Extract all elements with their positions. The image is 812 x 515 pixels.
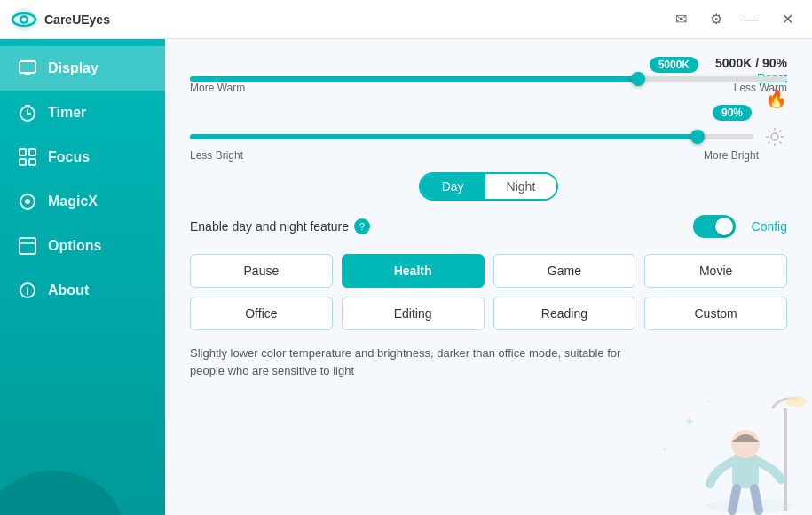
window-controls: ✉ ⚙ — ✕ bbox=[666, 5, 801, 34]
svg-line-29 bbox=[779, 131, 781, 132]
enable-day-night-row: Enable day and night feature ? Config bbox=[190, 215, 787, 238]
magicx-icon bbox=[18, 192, 37, 211]
main-layout: Display Timer Fo bbox=[0, 39, 812, 515]
preset-button-pause[interactable]: Pause bbox=[190, 254, 333, 288]
help-icon[interactable]: ? bbox=[354, 218, 370, 234]
sidebar-label-magicx: MagicX bbox=[48, 194, 98, 210]
more-bright-label: More Bright bbox=[704, 149, 787, 162]
display-icon bbox=[18, 59, 37, 78]
brightness-slider-container bbox=[190, 124, 787, 149]
brightness-section: 90% bbox=[190, 105, 787, 162]
sidebar-item-about[interactable]: i About bbox=[0, 268, 165, 313]
brightness-slider-fill bbox=[190, 134, 698, 139]
options-icon bbox=[18, 236, 37, 256]
brightness-slider-thumb[interactable] bbox=[690, 130, 705, 144]
email-button[interactable]: ✉ bbox=[666, 5, 695, 34]
temp-slider-container bbox=[190, 76, 787, 82]
about-icon: i bbox=[18, 281, 37, 300]
svg-text:✦: ✦ bbox=[683, 414, 695, 429]
preset-button-game[interactable]: Game bbox=[493, 254, 636, 288]
temp-brightness-info: 5000K / 90% Reset 🔥 bbox=[715, 55, 787, 109]
minimize-button[interactable]: — bbox=[737, 5, 766, 34]
email-icon: ✉ bbox=[675, 11, 687, 28]
app-logo: CareUEyes bbox=[11, 6, 666, 33]
title-bar: CareUEyes ✉ ⚙ — ✕ bbox=[0, 0, 812, 39]
svg-text:✦: ✦ bbox=[661, 445, 668, 455]
svg-text:✦: ✦ bbox=[706, 398, 712, 406]
temp-slider-track[interactable] bbox=[190, 76, 787, 82]
preset-button-custom[interactable]: Custom bbox=[644, 297, 787, 330]
sidebar: Display Timer Fo bbox=[0, 39, 165, 515]
sidebar-item-display[interactable]: Display bbox=[0, 46, 165, 91]
minimize-icon: — bbox=[745, 12, 759, 28]
day-night-toggle-switch[interactable] bbox=[693, 215, 736, 238]
sidebar-item-magicx[interactable]: MagicX bbox=[0, 179, 165, 224]
svg-point-33 bbox=[731, 430, 760, 458]
temp-slider-fill bbox=[190, 76, 638, 82]
brightness-slider-track[interactable] bbox=[190, 134, 753, 139]
enable-label: Enable day and night feature ? bbox=[190, 218, 686, 234]
config-link[interactable]: Config bbox=[752, 219, 787, 234]
preset-description: Slightly lower color temperature and bri… bbox=[190, 345, 651, 379]
sidebar-label-display: Display bbox=[48, 60, 99, 76]
sidebar-label-about: About bbox=[48, 282, 89, 298]
preset-button-health[interactable]: Health bbox=[342, 254, 485, 288]
svg-line-28 bbox=[779, 141, 781, 143]
settings-icon: ⚙ bbox=[710, 11, 722, 28]
close-button[interactable]: ✕ bbox=[773, 5, 801, 34]
svg-point-31 bbox=[706, 499, 794, 513]
temperature-section: 5000K More Warm Less Warm bbox=[190, 57, 787, 94]
night-button[interactable]: Night bbox=[485, 174, 557, 199]
svg-rect-32 bbox=[732, 453, 759, 488]
preset-button-movie[interactable]: Movie bbox=[644, 254, 787, 288]
sidebar-label-focus: Focus bbox=[48, 149, 90, 165]
preset-button-office[interactable]: Office bbox=[190, 297, 333, 330]
day-night-section: Day Night bbox=[190, 172, 787, 201]
temp-labels: More Warm Less Warm bbox=[190, 82, 787, 94]
temp-brightness-display: 5000K / 90% bbox=[715, 56, 787, 70]
content-area: 5000K / 90% Reset 🔥 5000K More Warm Less… bbox=[165, 39, 812, 515]
sidebar-item-options[interactable]: Options bbox=[0, 224, 165, 268]
svg-point-16 bbox=[25, 199, 30, 204]
day-button[interactable]: Day bbox=[421, 174, 485, 199]
svg-rect-11 bbox=[20, 149, 26, 155]
svg-rect-13 bbox=[20, 159, 26, 165]
brightness-icon bbox=[762, 124, 787, 149]
temp-badge: 5000K bbox=[650, 57, 698, 73]
svg-line-30 bbox=[769, 141, 770, 143]
app-logo-icon bbox=[11, 6, 37, 33]
app-title: CareUEyes bbox=[44, 12, 110, 27]
day-night-toggle[interactable]: Day Night bbox=[419, 172, 559, 201]
close-icon: ✕ bbox=[782, 11, 793, 28]
temp-slider-thumb[interactable] bbox=[631, 72, 645, 86]
timer-icon bbox=[18, 103, 37, 123]
focus-icon bbox=[18, 147, 37, 167]
svg-point-35 bbox=[785, 396, 807, 407]
svg-rect-4 bbox=[20, 61, 35, 73]
svg-rect-12 bbox=[29, 149, 35, 155]
sidebar-label-timer: Timer bbox=[48, 105, 86, 121]
svg-rect-14 bbox=[29, 159, 35, 165]
settings-button[interactable]: ⚙ bbox=[702, 5, 730, 34]
sidebar-item-timer[interactable]: Timer bbox=[0, 91, 165, 135]
svg-rect-18 bbox=[20, 238, 35, 254]
preset-button-editing[interactable]: Editing bbox=[342, 297, 485, 330]
svg-text:i: i bbox=[26, 285, 28, 297]
sidebar-item-focus[interactable]: Focus bbox=[0, 135, 165, 179]
preset-grid: PauseHealthGameMovieOfficeEditingReading… bbox=[190, 254, 787, 330]
svg-line-27 bbox=[769, 131, 770, 132]
illustration: ✦ ✦ ✦ bbox=[635, 355, 812, 515]
more-warm-label: More Warm bbox=[190, 82, 245, 94]
svg-point-22 bbox=[771, 133, 778, 140]
less-bright-label: Less Bright bbox=[190, 149, 243, 162]
flame-icon: 🔥 bbox=[765, 89, 787, 108]
brightness-labels: Less Bright More Bright bbox=[190, 149, 787, 162]
sidebar-label-options: Options bbox=[48, 238, 101, 254]
preset-button-reading[interactable]: Reading bbox=[493, 297, 636, 330]
svg-point-3 bbox=[22, 17, 27, 21]
